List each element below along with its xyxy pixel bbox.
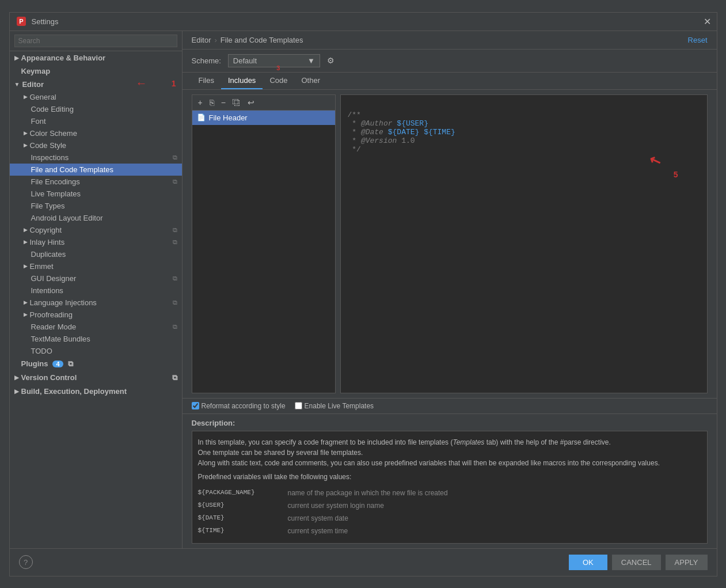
sidebar-item-emmet[interactable]: ▶ Emmet — [10, 260, 182, 272]
apply-button[interactable]: APPLY — [666, 555, 708, 570]
sidebar-item-intentions[interactable]: Intentions — [10, 284, 182, 297]
sidebar-item-label: Emmet — [30, 262, 54, 271]
live-templates-checkbox-label[interactable]: Enable Live Templates — [295, 402, 374, 410]
code-editor[interactable]: /** * @Author ${USER} * @Date ${DATE} ${… — [341, 95, 707, 393]
template-list-panel: + ⎘ − ⿻ ↩ 📄 File Header ← 4 — [192, 94, 336, 393]
copy-badge-icon: ⧉ — [173, 226, 177, 234]
breadcrumb: Editor › File and Code Templates — [192, 36, 303, 44]
sidebar-item-label: GUI Designer — [31, 274, 77, 283]
sidebar-item-textmate[interactable]: TextMate Bundles — [10, 333, 182, 345]
live-templates-label: Enable Live Templates — [305, 402, 374, 410]
code-panel: /** * @Author ${USER} * @Date ${DATE} ${… — [340, 94, 708, 393]
sidebar-item-keymap[interactable]: Keymap — [10, 65, 182, 78]
template-list: 📄 File Header ← 4 — [192, 111, 335, 393]
reformat-label: Reformat according to style — [202, 402, 286, 410]
sidebar-item-build[interactable]: ▶ Build, Execution, Deployment — [10, 385, 182, 398]
var-val: name of the package in which the new fil… — [288, 488, 448, 498]
live-templates-checkbox[interactable] — [295, 402, 302, 409]
var-row-user: ${USER} current user system login name — [198, 499, 701, 512]
svg-text:P: P — [19, 18, 23, 25]
tab-files[interactable]: Files — [192, 73, 221, 89]
sidebar-item-file-code-templates[interactable]: File and Code Templates — [10, 164, 182, 176]
sidebar-item-label: Reader Mode — [31, 323, 77, 331]
sidebar-item-reader-mode[interactable]: Reader Mode ⧉ — [10, 321, 182, 333]
footer: ? OK CANCEL APPLY — [10, 548, 717, 576]
close-button[interactable]: ✕ — [704, 16, 711, 27]
sidebar-item-gui-designer[interactable]: GUI Designer ⧉ — [10, 272, 182, 284]
scheme-value: Default — [233, 56, 257, 65]
reset-button[interactable]: Reset — [688, 36, 708, 44]
copy-button[interactable]: ⎘ — [207, 97, 216, 108]
ok-button[interactable]: OK — [569, 555, 607, 570]
var-key: ${TIME} — [198, 526, 279, 536]
description-title: Description: — [192, 419, 708, 427]
sidebar-item-label: File Encodings — [31, 177, 80, 186]
sidebar-item-file-encodings[interactable]: File Encodings ⧉ — [10, 176, 182, 188]
help-button[interactable]: ? — [19, 555, 33, 569]
tab-code[interactable]: Code — [263, 73, 294, 89]
var-row-time: ${TIME} current system time — [198, 525, 701, 537]
chevron-right-icon: ▶ — [24, 312, 28, 317]
sidebar-item-todo[interactable]: TODO — [10, 345, 182, 357]
sidebar-item-android-layout[interactable]: Android Layout Editor — [10, 212, 182, 224]
footer-buttons: OK CANCEL APPLY — [569, 555, 708, 570]
sidebar-item-font[interactable]: Font — [10, 115, 182, 127]
scheme-select[interactable]: Default ▼ — [228, 54, 320, 67]
chevron-right-icon: ▶ — [24, 227, 28, 233]
sidebar-item-copyright[interactable]: ▶ Copyright ⧉ — [10, 224, 182, 236]
scheme-row: Scheme: Default ▼ ⚙ — [183, 50, 717, 73]
reformat-checkbox-label[interactable]: Reformat according to style — [192, 402, 286, 410]
sidebar-item-color-scheme[interactable]: ▶ Color Scheme — [10, 127, 182, 139]
sidebar-item-inlay-hints[interactable]: ▶ Inlay Hints ⧉ — [10, 236, 182, 248]
sidebar-item-editor[interactable]: ▼ Editor ← 1 — [10, 78, 182, 91]
var-val: current user system login name — [288, 500, 384, 511]
sidebar-item-label: Code Style — [30, 141, 67, 150]
code-line-5: */ — [348, 145, 361, 154]
reformat-checkbox[interactable] — [192, 402, 199, 409]
sidebar-item-label: Live Templates — [31, 189, 81, 198]
sidebar-item-version-control[interactable]: ▶ Version Control ⧉ — [10, 371, 182, 385]
gear-icon[interactable]: ⚙ — [327, 56, 335, 65]
sidebar-item-label: Font — [31, 117, 46, 126]
var-row-package: ${PACKAGE_NAME} name of the package in w… — [198, 487, 701, 499]
sidebar-item-duplicates[interactable]: Duplicates — [10, 248, 182, 260]
chevron-right-icon: ▶ — [24, 94, 28, 100]
sidebar-item-label: File Types — [31, 202, 65, 210]
cancel-button[interactable]: CANCEL — [612, 555, 661, 570]
sidebar-item-label: Duplicates — [31, 250, 66, 259]
template-toolbar: + ⎘ − ⿻ ↩ — [192, 95, 335, 111]
sidebar-item-general[interactable]: ▶ General — [10, 91, 182, 103]
chevron-right-icon: ▶ — [14, 55, 19, 61]
remove-button[interactable]: − — [219, 97, 228, 108]
copy-badge-icon: ⧉ — [173, 178, 177, 185]
desc-italic: Templates — [453, 438, 484, 446]
sidebar-item-code-editing[interactable]: Code Editing — [10, 103, 182, 115]
sidebar-item-live-templates[interactable]: Live Templates — [10, 188, 182, 200]
sidebar-item-file-types[interactable]: File Types — [10, 200, 182, 212]
sidebar-item-proofreading[interactable]: ▶ Proofreading — [10, 309, 182, 321]
annotation-1: ← — [136, 77, 147, 90]
sidebar-item-code-style[interactable]: ▶ Code Style — [10, 139, 182, 151]
bottom-options: Reformat according to style Enable Live … — [183, 398, 717, 414]
breadcrumb-separator: › — [214, 36, 216, 44]
template-item-file-header[interactable]: 📄 File Header ← 4 — [192, 111, 335, 125]
sidebar-item-plugins[interactable]: Plugins 4 ⧉ — [10, 357, 182, 371]
app-icon: P — [16, 16, 27, 27]
tab-includes[interactable]: Includes 3 — [221, 73, 263, 89]
desc-para-3: Along with static text, code and comment… — [198, 458, 701, 468]
description-box: In this template, you can specify a code… — [192, 431, 708, 544]
var-row-date: ${DATE} current system date — [198, 512, 701, 525]
tab-other[interactable]: Other — [294, 73, 327, 89]
search-input[interactable] — [14, 35, 177, 47]
add-button[interactable]: + — [196, 97, 205, 108]
settings-window: P Settings ✕ ▶ Appearance & Behavior Key… — [9, 12, 717, 576]
sidebar-item-inspections[interactable]: Inspections ⧉ ↙ 2 — [10, 151, 182, 164]
sidebar-item-label: Plugins — [21, 359, 48, 368]
desc-para-1: In this template, you can specify a code… — [198, 437, 701, 447]
sidebar-item-language-injections[interactable]: ▶ Language Injections ⧉ — [10, 297, 182, 309]
plugins-badge: 4 — [52, 361, 63, 367]
duplicate-button[interactable]: ⿻ — [230, 97, 243, 108]
sidebar-item-appearance[interactable]: ▶ Appearance & Behavior — [10, 51, 182, 65]
reset-template-button[interactable]: ↩ — [245, 97, 257, 108]
tabs-row: Files Includes 3 Code Other — [183, 73, 717, 90]
